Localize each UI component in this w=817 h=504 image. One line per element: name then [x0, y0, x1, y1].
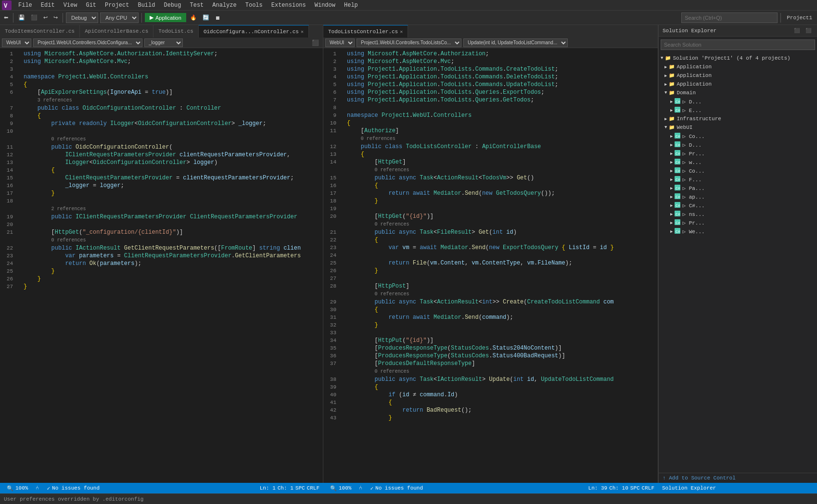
solution-search-input[interactable]: [661, 39, 815, 50]
redo-btn[interactable]: ↪: [51, 13, 60, 22]
save-btn[interactable]: 💾: [16, 13, 27, 22]
line-number: 3: [0, 65, 17, 73]
se-collapse-btn[interactable]: ⬛: [792, 27, 802, 34]
left-code-editor[interactable]: 1 using Microsoft.AspNetCore.Authorizati…: [0, 48, 323, 483]
left-scope-dropdown[interactable]: WebUI: [2, 38, 31, 47]
menu-extensions[interactable]: Extensions: [268, 1, 310, 10]
save-all-btn[interactable]: ⬛: [29, 13, 39, 22]
solution-tree-item[interactable]: ▶C#▷ w...: [659, 158, 817, 166]
tab-todolist[interactable]: TodoList.cs: [153, 25, 199, 38]
left-ln: Ln: 1: [260, 485, 276, 491]
undo-btn[interactable]: ↩: [41, 13, 50, 22]
solution-tree-item[interactable]: ▶C#▷ Co...: [659, 132, 817, 140]
solution-tree-item[interactable]: ▶C#▷ D...: [659, 140, 817, 149]
solution-tree-item[interactable]: ▶📁Application: [659, 63, 817, 71]
solution-tree-item[interactable]: ▶C#▷ C#...: [659, 201, 817, 210]
menu-build[interactable]: Build: [134, 1, 159, 10]
solution-tree-item[interactable]: ▼📁Solution 'Project1' (4 of 4 projects): [659, 54, 817, 63]
line-content: using Project1.Application.TodoLists.Que…: [347, 88, 658, 96]
se-filter-btn[interactable]: ⬛: [804, 27, 813, 34]
menu-git[interactable]: Git: [82, 1, 100, 10]
menu-edit[interactable]: Edit: [37, 1, 59, 10]
code-line: 18 }: [323, 197, 658, 205]
line-content: ILogger<OidcConfigurationController> log…: [24, 159, 323, 166]
tree-arrow-icon: ▶: [670, 142, 673, 148]
code-line: 36 [ProducesResponseType(StatusCodes.Sta…: [323, 352, 658, 360]
menu-test[interactable]: Test: [186, 1, 208, 10]
tab-todolistscontroller[interactable]: TodoListsController.cs ✕: [323, 25, 408, 38]
menu-file[interactable]: File: [14, 1, 36, 10]
code-line: 19: [323, 205, 658, 213]
right-member-dropdown[interactable]: Update(int id, UpdateTodoListCommand...: [463, 38, 568, 47]
solution-tree-item[interactable]: ▼📁Domain: [659, 88, 817, 97]
line-number: 7: [323, 96, 340, 104]
close-tab-icon[interactable]: ✕: [400, 29, 403, 35]
solution-tree-item[interactable]: ▶C#▷ Pr...: [659, 218, 817, 227]
solution-tree-item[interactable]: ▶C#▷ F...: [659, 175, 817, 184]
menu-analyze[interactable]: Analyze: [208, 1, 240, 10]
menu-debug[interactable]: Debug: [160, 1, 185, 10]
right-code-editor[interactable]: 1 using Microsoft.AspNetCore.Authorizati…: [323, 48, 658, 483]
code-line: 3: [0, 65, 323, 73]
line-content: {: [24, 81, 323, 88]
left-member-dropdown[interactable]: _logger: [144, 38, 183, 47]
right-scope-dropdown[interactable]: WebUI: [325, 38, 355, 47]
solution-tree-item[interactable]: ▶📁Application: [659, 71, 817, 80]
line-content: 0 references: [24, 135, 323, 143]
right-zoom[interactable]: 🔍 100%: [327, 483, 354, 493]
code-line: 7 public class OidcConfigurationControll…: [0, 104, 323, 112]
right-git-icon-area[interactable]: ⑃: [356, 483, 365, 493]
line-content: public async Task<FileResult> Get(int id…: [347, 228, 658, 236]
solution-tree-item[interactable]: ▶📁Infrastructure: [659, 114, 817, 123]
line-content: {: [347, 182, 658, 189]
platform-dropdown[interactable]: Any CPU: [100, 13, 139, 23]
menu-project[interactable]: Project: [101, 1, 133, 10]
line-number: 13: [323, 151, 340, 158]
left-git-icon-area[interactable]: ⑃: [33, 483, 42, 493]
add-to-source-control[interactable]: ↑ Add to Source Control: [663, 475, 736, 481]
left-issues[interactable]: ✓ No issues found: [44, 483, 102, 493]
code-line: 4 namespace Project1.WebUI.Controllers: [0, 73, 323, 81]
menu-view[interactable]: View: [60, 1, 81, 10]
menu-help[interactable]: Help: [340, 1, 362, 10]
close-tab-icon[interactable]: ✕: [301, 29, 304, 35]
toolbar-sep-2: [63, 13, 63, 23]
left-class-dropdown[interactable]: Project1.WebUI.Controllers.OidcConfigura…: [33, 38, 142, 47]
solution-tree-item[interactable]: ▼📁WebUI: [659, 123, 817, 132]
debug-btn[interactable]: 🔥: [188, 13, 199, 22]
line-number: 38: [323, 376, 340, 383]
tab-apicontrollerbase[interactable]: ApiControllerBase.cs: [80, 25, 153, 38]
solution-tree-item[interactable]: ▶C#▷ D...: [659, 97, 817, 106]
menu-window[interactable]: Window: [311, 1, 339, 10]
tree-file-icon: C#: [675, 98, 680, 105]
line-number: 13: [0, 159, 17, 166]
run-button[interactable]: ▶ Application: [145, 13, 186, 22]
right-class-dropdown[interactable]: Project1.WebUI.Controllers.TodoListsCo..…: [357, 38, 461, 47]
tree-item-label: Solution 'Project1' (4 of 4 projects): [673, 55, 790, 61]
search-input[interactable]: [681, 13, 778, 23]
solution-tree-item[interactable]: ▶📁Application: [659, 80, 817, 88]
expand-btn[interactable]: ⬛: [310, 38, 321, 47]
solution-tree-item[interactable]: ▶C#▷ Pa...: [659, 184, 817, 192]
restart-btn[interactable]: 🔄: [201, 13, 211, 22]
solution-tree-item[interactable]: ▶C#▷ ns...: [659, 210, 817, 218]
back-btn[interactable]: ⬅: [2, 13, 10, 22]
line-content: 0 references: [347, 220, 658, 228]
line-number: 21: [0, 228, 17, 236]
solution-tree-item[interactable]: ▶C#▷ Pr...: [659, 149, 817, 158]
solution-tree-item[interactable]: ▶C#▷ We...: [659, 227, 817, 236]
solution-tree-item[interactable]: ▶C#▷ Co...: [659, 166, 817, 175]
line-number: 20: [323, 213, 340, 220]
menu-tools[interactable]: Tools: [242, 1, 267, 10]
line-content: using Microsoft.AspNetCore.Mvc;: [24, 58, 323, 65]
code-line: 28 [HttpPost]: [323, 282, 658, 290]
solution-tree-item[interactable]: ▶C#▷ ap...: [659, 192, 817, 201]
config-dropdown[interactable]: Debug: [66, 13, 98, 23]
right-issues[interactable]: ✓ No issues found: [367, 483, 426, 493]
code-line: 38 public async Task<IActionResult> Upda…: [323, 376, 658, 383]
tab-todoitemscontroller[interactable]: TodoItemsController.cs: [0, 25, 80, 38]
solution-tree-item[interactable]: ▶C#▷ E...: [659, 106, 817, 114]
stop-btn[interactable]: ⏹: [213, 14, 222, 22]
tab-oidccontroller[interactable]: OidcConfigura...nController.cs ✕: [199, 25, 309, 38]
left-zoom[interactable]: 🔍 100%: [4, 483, 31, 493]
